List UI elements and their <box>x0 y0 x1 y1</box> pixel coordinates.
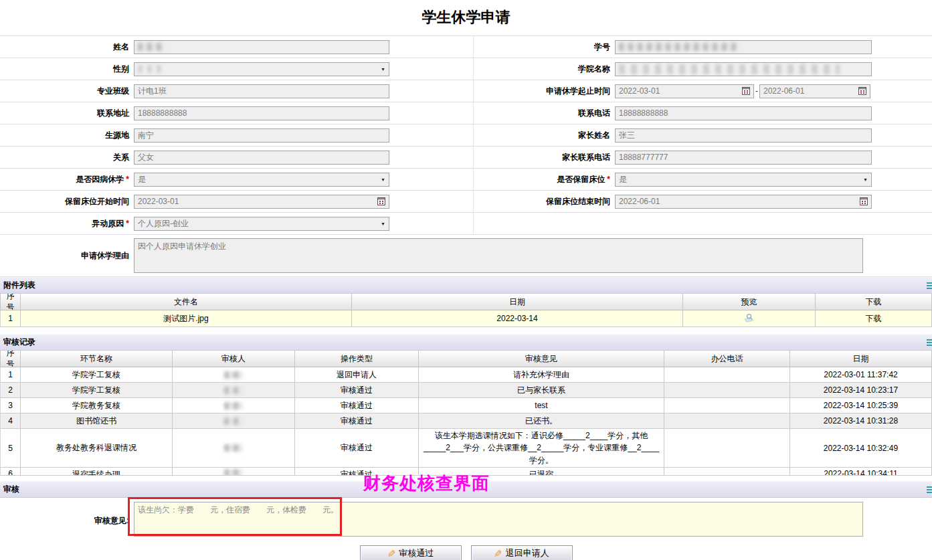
attachment-no: 1 <box>1 310 21 326</box>
leave-period-label: 申请休学起止时间 <box>474 86 615 97</box>
collapse-icon[interactable] <box>927 282 932 289</box>
reason-type-label: 异动原因* <box>0 218 134 229</box>
masked-reviewer-value <box>224 387 243 394</box>
col-header: 日期 <box>790 351 932 367</box>
class-label: 专业班级 <box>0 86 134 97</box>
masked-name-value <box>138 43 163 51</box>
required-asterisk: * <box>126 175 129 184</box>
masked-reviewer-value <box>224 444 243 452</box>
form-row: 专业班级 计电1班 申请休学起止时间 2022-03-01 - 2022-06-… <box>0 80 932 102</box>
attachment-date: 2022-03-14 <box>352 310 683 326</box>
bed-start-value: 2022-03-01 <box>138 197 179 206</box>
col-header: 操作类型 <box>295 351 419 367</box>
bed-start-date-field[interactable]: 2022-03-01 <box>134 195 389 209</box>
reason-textarea: 因个人原因申请休学创业 <box>134 238 863 273</box>
review-step: 退宿手续办理 <box>21 468 173 475</box>
review-opinion: test <box>419 398 664 413</box>
masked-student-id-value <box>619 43 738 51</box>
col-header: 办公电话 <box>664 351 790 367</box>
review-date: 2022-03-14 10:34:11 <box>790 468 932 475</box>
col-header: 审核意见 <box>419 351 664 367</box>
gender-select[interactable]: ▼ <box>134 62 389 76</box>
review-no: 6 <box>1 468 21 475</box>
relation-value: 父女 <box>138 152 154 163</box>
attachments-table-header: 序号 文件名 日期 预览 下载 <box>0 294 932 310</box>
form-row: 姓名 学号 <box>0 36 932 58</box>
approve-button[interactable]: ✎ 审核通过 <box>360 545 462 560</box>
college-label: 学院名称 <box>474 64 615 75</box>
col-header: 日期 <box>352 294 683 310</box>
form-row: 保留床位开始时间 2022-03-01 保留床位结束时间 2022-06-01 <box>0 191 932 213</box>
review-date: 2022-03-14 10:23:17 <box>790 383 932 397</box>
audit-section: 财务处核查界面 审核 审核意见: 该生尚欠：学费 元，住宿费 元，体检费 元。 … <box>0 481 932 560</box>
keep-bed-select[interactable]: 是 ▼ <box>615 173 872 187</box>
college-field <box>615 62 872 76</box>
required-asterisk: * <box>607 175 610 184</box>
form-row: 是否因病休学* 是 ▼ 是否保留床位* 是 ▼ <box>0 169 932 191</box>
col-header: 环节名称 <box>21 351 173 367</box>
reason-text-value: 因个人原因申请休学创业 <box>138 241 226 252</box>
col-header: 预览 <box>683 294 816 310</box>
masked-reviewer-value <box>224 417 243 425</box>
chevron-down-icon: ▼ <box>381 221 385 226</box>
name-field <box>134 40 389 54</box>
calendar-icon[interactable] <box>860 197 868 205</box>
review-action: 审核通过 <box>295 383 419 397</box>
leave-end-date-field[interactable]: 2022-06-01 <box>759 84 870 98</box>
calendar-icon[interactable] <box>377 197 385 205</box>
audit-opinion-row: 审核意见: 该生尚欠：学费 元，住宿费 元，体检费 元。 <box>0 502 932 537</box>
hometown-value: 南宁 <box>138 130 154 141</box>
review-date: 2022-03-14 10:32:49 <box>790 429 932 467</box>
review-reviewer <box>173 398 295 413</box>
review-phone <box>664 413 790 428</box>
review-reviewer <box>173 367 295 382</box>
preview-icon[interactable] <box>743 313 755 324</box>
audit-opinion-textarea[interactable]: 该生尚欠：学费 元，住宿费 元，体检费 元。 <box>134 502 863 537</box>
bed-start-label: 保留床位开始时间 <box>0 196 134 207</box>
application-form: 姓名 学号 性别 ▼ 学院名称 <box>0 35 932 277</box>
review-phone <box>664 383 790 397</box>
download-link[interactable]: 下载 <box>866 313 882 324</box>
bed-end-date-field[interactable]: 2022-06-01 <box>615 195 872 209</box>
contact-address-field: 18888888888 <box>134 106 389 120</box>
audit-buttons: ✎ 审核通过 ✎ 退回申请人 <box>0 545 932 560</box>
review-reviewer <box>173 383 295 397</box>
masked-gender-value <box>138 65 166 73</box>
review-row: 1 学院学工复核 退回申请人 请补充休学理由 2022-03-01 11:37:… <box>0 367 932 383</box>
attachment-download-cell: 下载 <box>816 310 932 326</box>
reason-type-select[interactable]: 个人原因-创业 ▼ <box>134 217 389 231</box>
gender-label: 性别 <box>0 64 134 75</box>
parent-name-value: 张三 <box>619 130 635 141</box>
col-header: 下载 <box>816 294 932 310</box>
contact-address-label: 联系地址 <box>0 108 134 119</box>
attachment-row: 1 测试图片.jpg 2022-03-14 下载 <box>0 310 932 327</box>
return-button[interactable]: ✎ 退回申请人 <box>471 545 573 560</box>
review-row: 4 图书馆还书 审核通过 已还书。 2022-03-14 10:31:28 <box>0 413 932 429</box>
form-row: 联系地址 18888888888 联系电话 18888888888 <box>0 102 932 124</box>
review-row: 3 学院教务复核 审核通过 test 2022-03-14 10:25:39 <box>0 398 932 413</box>
bed-end-label: 保留床位结束时间 <box>474 196 615 207</box>
reason-text-label: 申请休学理由 <box>0 250 134 262</box>
collapse-icon[interactable] <box>927 339 932 346</box>
audit-opinion-label: 审核意见: <box>0 502 134 537</box>
sick-leave-select[interactable]: 是 ▼ <box>134 173 389 187</box>
collapse-icon[interactable] <box>927 486 932 493</box>
review-phone <box>664 398 790 413</box>
contact-address-value: 18888888888 <box>138 108 187 118</box>
review-action: 审核通过 <box>295 413 419 428</box>
review-reviewer <box>173 413 295 428</box>
col-header: 序号 <box>1 294 21 310</box>
leave-start-date-field[interactable]: 2022-03-01 <box>615 84 754 98</box>
contact-phone-field: 18888888888 <box>615 106 872 120</box>
review-opinion: 该生本学期选课情况如下：通识必修_____2____学分，其他_____2___… <box>419 429 664 467</box>
review-opinion: 已还书。 <box>419 413 664 428</box>
finance-review-annotation: 财务处核查界面 <box>363 472 490 495</box>
leave-end-value: 2022-06-01 <box>763 86 804 96</box>
date-range-separator: - <box>755 86 758 96</box>
calendar-icon[interactable] <box>742 87 750 95</box>
hometown-field: 南宁 <box>134 128 389 143</box>
review-no: 5 <box>1 429 21 467</box>
calendar-icon[interactable] <box>858 87 866 95</box>
student-id-label: 学号 <box>474 41 615 53</box>
review-step: 教务处教务科退课情况 <box>21 429 173 467</box>
